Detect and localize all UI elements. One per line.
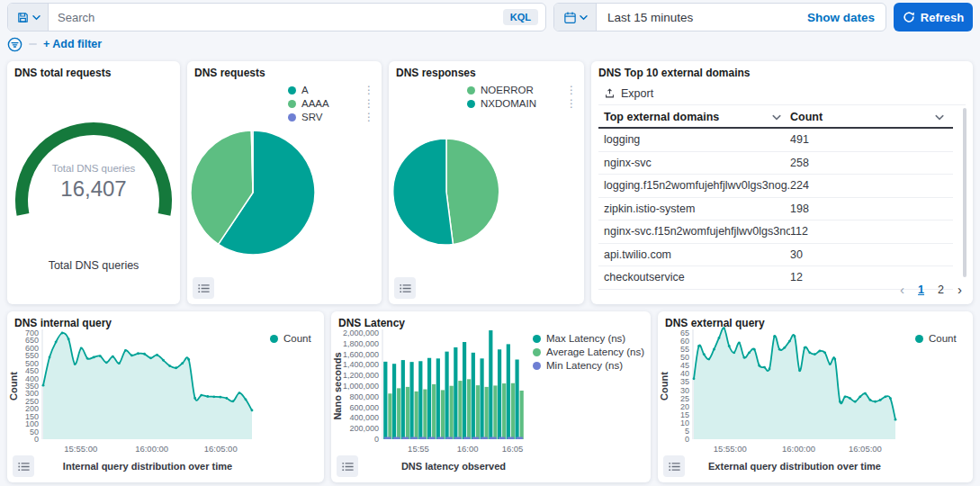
data-point [753,348,756,351]
pie-slice-NOERROR[interactable] [446,139,499,245]
legend-toggle-button[interactable] [193,277,214,299]
y-tick-label: 0 [685,435,689,444]
legend-dot-icon [288,100,296,108]
bar-min-latency [428,437,436,440]
gauge-value: 16,407 [7,176,180,202]
kql-badge[interactable]: KQL [503,9,538,25]
bar-max-latency [507,344,510,439]
pagination-next-icon[interactable]: › [958,282,962,297]
legend-item[interactable]: NXDOMAIN⋮ [467,98,577,109]
export-icon [604,87,616,100]
refresh-button[interactable]: Refresh [894,3,973,32]
filter-icon[interactable] [7,37,22,52]
chart-legend: A⋮AAAA⋮SRV⋮ [288,85,374,125]
legend-toggle-button[interactable] [394,277,416,299]
x-tick-label: 16:05 [502,444,524,454]
legend-item[interactable]: Count [270,333,322,344]
gauge-metric-label: Total DNS queries [7,259,180,272]
search-input[interactable] [49,11,503,24]
legend-toggle-button[interactable] [13,455,34,477]
legend-actions-menu-icon[interactable]: ⋮ [555,85,577,95]
y-axis-title: Count [8,372,19,400]
bar-max-latency [445,352,448,439]
panel-title: DNS requests [194,67,265,79]
data-point [162,359,165,362]
data-point [854,400,857,403]
legend-dot-icon [467,100,475,108]
table-scrollbar[interactable] [963,108,967,277]
pagination-page-1[interactable]: 1 [918,284,924,296]
panel-title: DNS responses [396,67,476,79]
bar-max-latency [498,349,501,439]
x-axis-title: Internal query distribution over time [63,461,232,472]
data-point [763,366,766,369]
dns-latency-bar-chart[interactable]: 0200,000400,000600,000800,0001,000,0001,… [331,326,533,482]
saved-query-button[interactable] [8,4,49,31]
show-dates-link[interactable]: Show dates [807,11,875,24]
bar-max-latency [427,358,431,439]
bar-max-latency [472,353,475,439]
bar-avg-latency [493,385,497,439]
add-filter-link[interactable]: + Add filter [43,38,102,50]
legend-item[interactable]: AAAA⋮ [288,98,374,109]
data-point [67,338,70,340]
chevron-down-icon [772,114,781,121]
data-point [175,366,177,369]
external-query-area-chart[interactable]: 0510152025303540455055606515:55:0016:00:… [658,326,915,482]
legend-item[interactable]: Average Latency (ns) [533,346,648,357]
data-point [733,351,735,354]
data-point [697,345,700,347]
calendar-button[interactable] [554,4,597,31]
pagination-page-2[interactable]: 2 [938,284,944,296]
y-tick-label: 1,800,000 [343,339,379,348]
pagination-pages: 12 [918,284,944,296]
data-point [251,410,254,412]
internal-query-area-chart[interactable]: 0501001502002503003504004505005506006507… [7,326,270,482]
panel-dns-internal-query: DNS internal query 050100150200250300350… [7,311,324,482]
date-picker: Last 15 minutes Show dates [553,3,886,32]
legend-actions-menu-icon[interactable]: ⋮ [555,98,577,109]
query-bar: KQL Last 15 minutes Show dates Refresh [7,3,973,32]
legend-label: Count [283,333,311,344]
legend-item[interactable]: Max Latency (ns) [533,333,648,344]
time-range-value[interactable]: Last 15 minutes [597,11,807,24]
data-point [225,397,228,400]
cell-domain: logging [598,133,790,146]
column-header-domains[interactable]: Top external domains [598,111,790,123]
column-header-count[interactable]: Count [790,111,953,123]
data-point [819,350,822,353]
bar-min-latency [499,437,506,440]
table-row: api.twilio.com30 [598,244,953,267]
cell-count: 258 [790,157,953,169]
legend-dot-icon [270,335,278,343]
cell-domain: checkoutservice [598,271,790,284]
x-axis-title: DNS latency observed [401,461,506,472]
y-tick-label: 1,200,000 [343,371,379,380]
pie-slice-NXDOMAIN[interactable] [393,139,454,245]
legend-item[interactable]: SRV⋮ [288,112,374,122]
bar-max-latency [392,364,396,439]
data-point [769,368,771,371]
table-row: nginx-svc.f15n2womfujehfjlwv0lgs3no...11… [598,220,953,244]
chart-body: 0200,000400,000600,000800,0001,000,0001,… [331,326,651,482]
data-point [99,355,102,357]
bar-avg-latency [467,379,471,439]
legend-item[interactable]: A⋮ [288,85,374,95]
legend-label: Max Latency (ns) [546,333,625,344]
data-point [718,337,721,339]
bar-avg-latency [520,391,524,439]
export-button[interactable]: Export [604,87,653,100]
legend-item[interactable]: Min Latency (ns) [533,360,648,371]
legend-actions-menu-icon[interactable]: ⋮ [353,98,374,109]
legend-actions-menu-icon[interactable]: ⋮ [353,112,374,122]
legend-item[interactable]: Count [915,333,967,344]
legend-item[interactable]: NOERROR⋮ [467,85,577,95]
bar-avg-latency [450,386,454,439]
legend-actions-menu-icon[interactable]: ⋮ [353,85,374,95]
data-point [773,335,776,338]
bar-max-latency [383,362,387,439]
legend-label: NOERROR [481,85,534,95]
legend-toggle-button[interactable] [663,455,685,477]
legend-toggle-button[interactable] [337,455,358,477]
pagination-prev-icon[interactable]: ‹ [900,282,904,297]
